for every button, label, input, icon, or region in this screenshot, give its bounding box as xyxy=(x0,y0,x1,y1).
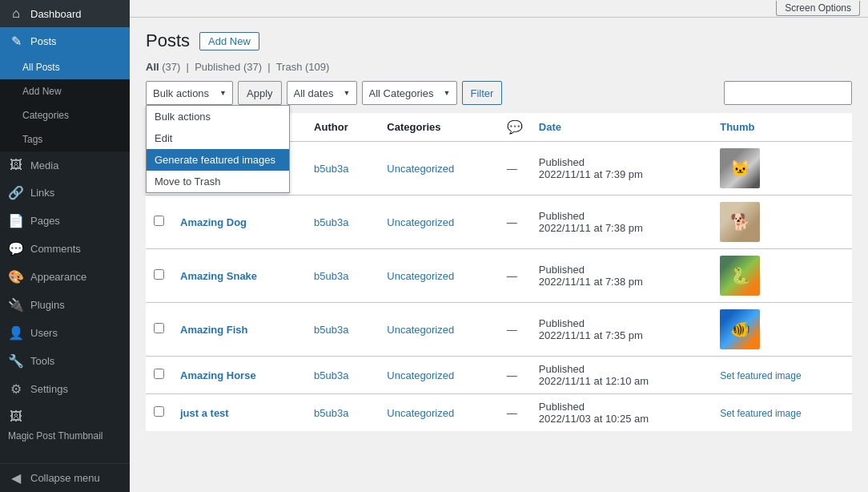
all-dates-select-wrap: All dates xyxy=(287,81,357,105)
bulk-actions-select[interactable]: Bulk actions xyxy=(146,81,233,105)
sidebar-item-links[interactable]: 🔗 Links xyxy=(0,179,130,207)
dropdown-item-move-trash[interactable]: Move to Trash xyxy=(147,171,289,192)
row-title-cell: just a test xyxy=(172,394,306,432)
category-link[interactable]: Uncategorized xyxy=(387,369,454,381)
dropdown-item-edit[interactable]: Edit xyxy=(147,127,289,149)
set-featured-image-link[interactable]: Set featured image xyxy=(720,370,801,381)
magic-post-thumbnail-icon: 🖼 xyxy=(8,409,24,424)
sidebar-item-label: Media xyxy=(30,159,58,171)
page-title: Posts xyxy=(146,30,190,51)
sidebar-item-label: Tools xyxy=(30,355,54,367)
sidebar-item-add-new[interactable]: Add New xyxy=(0,79,130,103)
sidebar-item-label: Comments xyxy=(30,243,81,255)
bulk-actions-dropdown-menu: Bulk actions Edit Generate featured imag… xyxy=(146,105,290,193)
all-categories-select[interactable]: All Categories xyxy=(362,81,457,105)
row-author-cell: b5ub3a xyxy=(306,249,379,303)
row-date-cell: Published2022/11/11 at 12:10 am xyxy=(531,357,712,394)
row-checkbox[interactable] xyxy=(154,269,164,280)
sidebar-item-posts[interactable]: ✎ Posts xyxy=(0,27,130,55)
sidebar-item-label: Links xyxy=(30,187,54,199)
row-comments-cell: — xyxy=(499,394,531,432)
sidebar-item-categories[interactable]: Categories xyxy=(0,103,130,127)
filter-all-link[interactable]: All (37) xyxy=(146,61,180,73)
content-area: Posts Add New All (37) | Published (37) … xyxy=(130,18,868,492)
sidebar-item-label: Add New xyxy=(22,86,62,97)
media-icon: 🖼 xyxy=(8,158,24,172)
collapse-menu-item[interactable]: ◀ Collapse menu xyxy=(0,463,130,492)
sidebar-item-users[interactable]: 👤 Users xyxy=(0,319,130,347)
sidebar-item-pages[interactable]: 📄 Pages xyxy=(0,207,130,235)
add-new-button[interactable]: Add New xyxy=(199,32,259,50)
collapse-icon: ◀ xyxy=(8,470,24,486)
author-link[interactable]: b5ub3a xyxy=(314,324,348,336)
search-input[interactable] xyxy=(724,81,852,105)
sidebar-item-label: Plugins xyxy=(30,299,65,311)
filter-bar: Bulk actions Bulk actions Edit Generate … xyxy=(146,81,852,105)
sidebar-item-magic-post-thumbnail[interactable]: 🖼 Magic Post Thumbnail xyxy=(0,403,130,448)
sidebar-item-label: Tags xyxy=(22,134,42,145)
row-thumb-cell: Set featured image xyxy=(712,394,852,432)
sidebar-item-settings[interactable]: ⚙ Settings xyxy=(0,375,130,403)
sidebar-item-all-posts[interactable]: All Posts xyxy=(0,55,130,79)
author-link[interactable]: b5ub3a xyxy=(314,163,348,175)
links-icon: 🔗 xyxy=(8,185,24,200)
filter-published-link[interactable]: Published (37) xyxy=(195,61,262,73)
sidebar: ⌂ Dashboard ✎ Posts All Posts Add New Ca… xyxy=(0,0,130,492)
row-checkbox[interactable] xyxy=(154,216,164,226)
screen-options-button[interactable]: Screen Options xyxy=(776,1,860,16)
author-link[interactable]: b5ub3a xyxy=(314,407,348,419)
date-status: Published xyxy=(539,317,585,329)
author-link[interactable]: b5ub3a xyxy=(314,270,348,282)
post-title-link[interactable]: Amazing Dog xyxy=(180,216,247,228)
filter-trash-link[interactable]: Trash (109) xyxy=(276,61,330,73)
pages-icon: 📄 xyxy=(8,213,24,228)
tools-icon: 🔧 xyxy=(8,353,24,369)
sidebar-item-comments[interactable]: 💬 Comments xyxy=(0,235,130,263)
filter-all-label: All xyxy=(146,61,159,73)
row-checkbox[interactable] xyxy=(154,369,164,379)
category-link[interactable]: Uncategorized xyxy=(387,407,454,419)
sidebar-item-label: Appearance xyxy=(30,271,86,283)
category-link[interactable]: Uncategorized xyxy=(387,270,454,282)
row-checkbox[interactable] xyxy=(154,323,164,333)
filter-trash-label: Trash xyxy=(276,61,303,73)
author-link[interactable]: b5ub3a xyxy=(314,216,348,228)
set-featured-image-link[interactable]: Set featured image xyxy=(720,408,801,419)
users-icon: 👤 xyxy=(8,325,24,341)
col-thumb[interactable]: Thumb xyxy=(712,113,852,142)
dropdown-item-bulk-actions[interactable]: Bulk actions xyxy=(147,106,289,127)
filter-button[interactable]: Filter xyxy=(462,81,503,105)
comments-icon: 💬 xyxy=(8,241,24,256)
row-checkbox[interactable] xyxy=(154,406,164,417)
dropdown-item-generate-featured[interactable]: Generate featured images xyxy=(147,149,289,171)
table-row: Amazing Horse b5ub3a Uncategorized — Pub… xyxy=(146,357,852,394)
row-comments-cell: — xyxy=(499,357,531,394)
date-status: Published xyxy=(539,210,585,222)
post-title-link[interactable]: just a test xyxy=(180,407,229,419)
sidebar-item-tools[interactable]: 🔧 Tools xyxy=(0,347,130,375)
sidebar-item-plugins[interactable]: 🔌 Plugins xyxy=(0,291,130,319)
sidebar-item-dashboard[interactable]: ⌂ Dashboard xyxy=(0,0,130,27)
post-title-link[interactable]: Amazing Fish xyxy=(180,324,248,336)
author-link[interactable]: b5ub3a xyxy=(314,369,348,381)
all-dates-select[interactable]: All dates xyxy=(287,81,357,105)
table-row: Amazing Snake b5ub3a Uncategorized — Pub… xyxy=(146,249,852,303)
row-categories-cell: Uncategorized xyxy=(379,303,498,357)
post-title-link[interactable]: Amazing Snake xyxy=(180,270,257,282)
filter-published-count: (37) xyxy=(243,61,262,73)
sidebar-item-appearance[interactable]: 🎨 Appearance xyxy=(0,263,130,291)
category-link[interactable]: Uncategorized xyxy=(387,216,454,228)
sidebar-item-label: Settings xyxy=(30,383,68,395)
apply-button[interactable]: Apply xyxy=(238,81,282,105)
sidebar-item-tags[interactable]: Tags xyxy=(0,127,130,151)
sidebar-item-label: Posts xyxy=(30,35,57,47)
sidebar-item-label: All Posts xyxy=(22,62,60,73)
date-value: 2022/11/03 at 10:25 am xyxy=(539,413,649,425)
post-title-link[interactable]: Amazing Horse xyxy=(180,369,256,381)
category-link[interactable]: Uncategorized xyxy=(387,324,454,336)
col-date[interactable]: Date xyxy=(531,113,712,142)
category-link[interactable]: Uncategorized xyxy=(387,163,454,175)
sidebar-item-media[interactable]: 🖼 Media xyxy=(0,151,130,179)
row-checkbox-cell xyxy=(146,394,172,432)
row-thumb-cell: 🐱 xyxy=(712,142,852,196)
